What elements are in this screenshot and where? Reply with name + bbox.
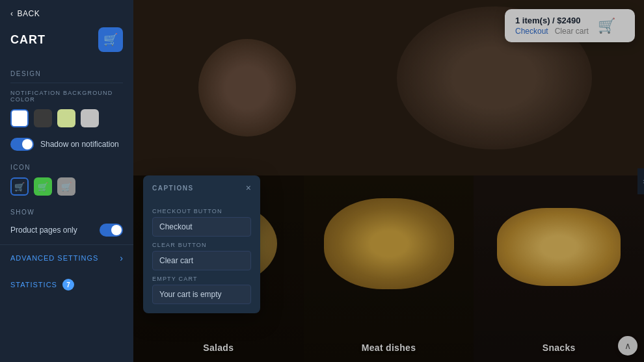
checkout-button-label: CHECKOUT BUTTON xyxy=(152,208,251,214)
back-label: BACK xyxy=(18,9,40,18)
swatch-white[interactable] xyxy=(10,109,29,127)
empty-cart-input[interactable] xyxy=(152,285,251,304)
product-pages-label: Product pages only xyxy=(10,226,77,235)
shadow-toggle-row: Shadow on notification xyxy=(0,134,133,159)
design-section-label: DESIGN xyxy=(0,62,133,83)
show-section-label: SHOW xyxy=(0,203,133,220)
statistics-row[interactable]: STATISTICS 7 xyxy=(0,271,133,298)
color-swatches xyxy=(0,107,133,134)
clear-button-label: CLEAR BUTTON xyxy=(152,242,251,248)
sidebar-header: CART 🛒 xyxy=(0,25,133,62)
modal-body: CHECKOUT BUTTON CLEAR BUTTON EMPTY CART xyxy=(143,199,260,313)
icon-swatches: 🛒 🛒 🛒 xyxy=(0,175,133,203)
sidebar: ‹ BACK CART 🛒 DESIGN NOTIFICATION BACKGR… xyxy=(0,0,133,362)
swatch-dark[interactable] xyxy=(34,109,52,127)
empty-cart-label: EMPTY CART xyxy=(152,276,251,282)
modal-header: CAPTIONS × xyxy=(143,175,260,199)
back-icon: ‹ xyxy=(10,9,14,18)
product-pages-toggle[interactable] xyxy=(100,224,123,237)
modal-title: CAPTIONS xyxy=(152,185,194,192)
notification-bg-label: NOTIFICATION BACKGROUND COLOR xyxy=(0,83,133,107)
icon-section-label: ICON xyxy=(0,159,133,175)
cart-icon-button[interactable]: 🛒 xyxy=(98,27,123,52)
statistics-badge: 7 xyxy=(62,279,74,291)
advanced-settings-row[interactable]: ADVANCED SETTINGS › xyxy=(0,244,133,271)
icon-swatch-dark[interactable]: 🛒 xyxy=(10,177,29,196)
main-content: 1 item(s) / $2490 Checkout Clear cart 🛒 … xyxy=(133,0,644,362)
advanced-settings-label: ADVANCED SETTINGS xyxy=(10,254,98,262)
swatch-gray[interactable] xyxy=(81,109,99,127)
chevron-right-icon: › xyxy=(120,253,123,263)
page-title: CART xyxy=(10,33,46,47)
statistics-label: STATISTICS xyxy=(10,281,57,289)
swatch-green[interactable] xyxy=(57,109,75,127)
cart-icon: 🛒 xyxy=(103,32,118,47)
icon-swatch-green[interactable]: 🛒 xyxy=(34,177,52,196)
icon-swatch-gray[interactable]: 🛒 xyxy=(57,177,75,196)
clear-button-input[interactable] xyxy=(152,251,251,270)
captions-modal: CAPTIONS × CHECKOUT BUTTON CLEAR BUTTON … xyxy=(143,175,260,313)
product-pages-row: Product pages only xyxy=(0,220,133,244)
back-button[interactable]: ‹ BACK xyxy=(0,0,133,25)
modal-overlay: CAPTIONS × CHECKOUT BUTTON CLEAR BUTTON … xyxy=(133,0,644,362)
shadow-toggle[interactable] xyxy=(10,138,34,151)
shadow-toggle-label: Shadow on notification xyxy=(40,140,119,149)
modal-close-button[interactable]: × xyxy=(246,183,251,192)
checkout-button-input[interactable] xyxy=(152,217,251,237)
